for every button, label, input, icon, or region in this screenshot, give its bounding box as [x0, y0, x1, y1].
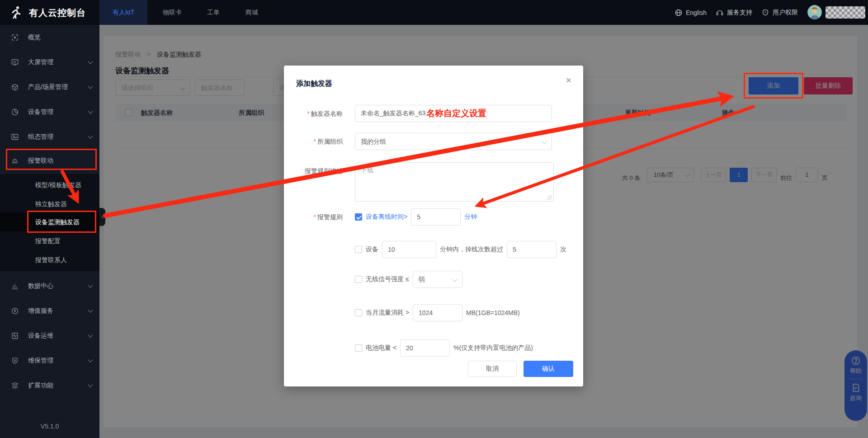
traffic-rule-row: 当月流量消耗 > MB(1GB=1024MB): [284, 304, 583, 321]
confirm-button[interactable]: 确认: [524, 361, 573, 377]
textarea-resize-handle[interactable]: [547, 195, 552, 200]
sidebar-item-alarm-linkage[interactable]: 报警联动: [0, 151, 99, 171]
sidebar-item-value-added[interactable]: 增值服务: [0, 301, 99, 321]
sidebar-label: 设备运维: [28, 332, 53, 340]
username-redacted[interactable]: [826, 6, 865, 19]
overview-icon: [11, 33, 19, 42]
org-select[interactable]: 我的分组: [355, 133, 552, 150]
battery-checkbox[interactable]: [355, 344, 362, 352]
traffic-input[interactable]: [413, 304, 462, 321]
sidebar-label: 设备管理: [28, 108, 53, 116]
offline-unit-link[interactable]: 分钟: [464, 213, 477, 221]
required-star: *: [314, 213, 316, 221]
nav-tab-iot-card[interactable]: 物联卡: [156, 0, 188, 25]
user-permission[interactable]: 用户权限: [761, 0, 798, 25]
drop-times-input[interactable]: [507, 241, 557, 258]
language-label: English: [686, 9, 707, 16]
chevron-down-icon: [88, 84, 93, 89]
traffic-text-2: MB(1GB=1024MB): [466, 309, 520, 316]
signal-rule: 无线信号强度 ≤ 弱: [355, 271, 462, 288]
chevron-down-icon: [88, 332, 93, 337]
sidebar-label: 组态管理: [28, 133, 53, 141]
top-navbar: 有人云控制台 有人IoT 物联卡 工单 商城 English 服务支持 用户权限: [0, 0, 868, 25]
avatar[interactable]: [807, 5, 822, 19]
rule-desc-row: 报警规则描述 下线: [284, 162, 583, 202]
traffic-text-1: 当月流量消耗 >: [366, 309, 409, 317]
shield-lines-icon: [11, 357, 19, 365]
sidebar-item-overview[interactable]: 概览: [0, 28, 99, 47]
chevron-down-icon: [452, 277, 457, 282]
usr-logo-icon: [9, 5, 24, 21]
sidebar-item-alarm-contacts[interactable]: 报警联系人: [0, 250, 99, 269]
nav-tab-work-order[interactable]: 工单: [202, 0, 225, 25]
drop-count-text-1: 设备: [366, 245, 378, 254]
offline-checkbox[interactable]: [355, 213, 362, 221]
drop-window-input[interactable]: [382, 241, 436, 258]
pie-icon: [11, 108, 19, 116]
support-label: 服务支持: [727, 9, 752, 17]
sidebar-item-device-ops[interactable]: 设备运维: [0, 326, 99, 346]
close-icon[interactable]: ×: [566, 75, 571, 85]
sidebar-item-scada[interactable]: 组态管理: [0, 127, 99, 147]
drop-count-rule: 设备 分钟内，掉线次数超过 次: [355, 241, 566, 258]
cube-icon: [11, 83, 19, 91]
dialog-title: 添加触发器: [296, 79, 332, 89]
nav-tab-mall[interactable]: 商城: [236, 0, 268, 25]
required-star: *: [307, 110, 310, 117]
version-label: V5.1.0: [0, 423, 99, 430]
chevron-down-icon: [88, 382, 93, 387]
traffic-checkbox[interactable]: [355, 309, 362, 316]
sidebar-item-bigscreen[interactable]: 大屏管理: [0, 52, 99, 72]
sidebar-item-maintenance[interactable]: 维保管理: [0, 351, 99, 371]
sidebar-label: 概览: [28, 33, 41, 42]
headset-icon: [716, 9, 724, 17]
signal-level-select[interactable]: 弱: [413, 271, 462, 288]
drop-count-text-3: 次: [560, 245, 566, 254]
signal-checkbox[interactable]: [355, 276, 362, 283]
language-switch[interactable]: English: [675, 0, 707, 25]
sidebar-item-device-mgmt[interactable]: 设备管理: [0, 102, 99, 122]
sidebar-label: 维保管理: [28, 357, 53, 365]
trigger-name-label: *触发器名称: [284, 105, 348, 122]
org-label: *所属组织: [284, 133, 348, 150]
org-row: *所属组织 我的分组: [284, 133, 583, 150]
sidebar-label: 扩展功能: [28, 381, 53, 390]
sidebar-item-product-scene[interactable]: 产品/场景管理: [0, 77, 99, 97]
cancel-button[interactable]: 取消: [468, 361, 517, 377]
service-support[interactable]: 服务支持: [716, 0, 752, 25]
app-title: 有人云控制台: [29, 7, 86, 19]
battery-input[interactable]: [400, 339, 450, 357]
annotation-name-note: 名称自定义设置: [426, 105, 486, 122]
drop-count-text-2: 分钟内，掉线次数超过: [440, 245, 503, 254]
battery-rule-row: 电池电量 < %(仅支持带内置电池的产品): [284, 339, 583, 357]
traffic-rule: 当月流量消耗 > MB(1GB=1024MB): [355, 304, 520, 321]
drop-count-checkbox[interactable]: [355, 246, 362, 253]
globe-icon: [675, 9, 683, 17]
sidebar-item-model-trigger[interactable]: 模型/模板触发器: [0, 175, 99, 194]
chevron-down-icon: [88, 133, 93, 138]
sidebar-item-data-center[interactable]: 数据中心: [0, 276, 99, 296]
org-select-value: 我的分组: [361, 138, 386, 145]
chevron-down-icon: [88, 59, 93, 64]
sidebar-item-independent-trigger[interactable]: 独立触发器: [0, 194, 99, 213]
chevron-down-icon: [542, 139, 547, 144]
permission-label: 用户权限: [773, 9, 798, 17]
sidebar-label: 增值服务: [28, 307, 53, 315]
rule-desc-textarea[interactable]: 下线: [355, 162, 554, 202]
signal-text: 无线信号强度 ≤: [366, 275, 409, 283]
required-star: *: [314, 138, 316, 145]
sidebar: 概览 大屏管理 产品/场景管理 设备管理 组态管理 报警联动 模型/模板: [0, 25, 99, 438]
chevron-down-icon: [88, 283, 93, 287]
offline-rule-row: *报警规则 设备离线时间> 分钟: [284, 208, 583, 226]
sidebar-item-extensions[interactable]: 扩展功能: [0, 376, 99, 396]
offline-time-link[interactable]: 设备离线时间>: [366, 213, 407, 221]
sidebar-item-device-monitor-trigger[interactable]: 设备监测触发器: [0, 212, 99, 231]
sidebar-label: 数据中心: [28, 282, 53, 290]
nav-tab-usr-iot[interactable]: 有人IoT: [99, 0, 147, 25]
sidebar-item-alarm-config[interactable]: 报警配置: [0, 231, 99, 250]
drop-count-rule-row: 设备 分钟内，掉线次数超过 次: [284, 241, 583, 258]
offline-minutes-input[interactable]: [411, 208, 461, 226]
sidebar-label: 产品/场景管理: [28, 83, 68, 91]
sidebar-label: 报警联动: [28, 157, 53, 165]
yen-icon: [11, 307, 19, 315]
